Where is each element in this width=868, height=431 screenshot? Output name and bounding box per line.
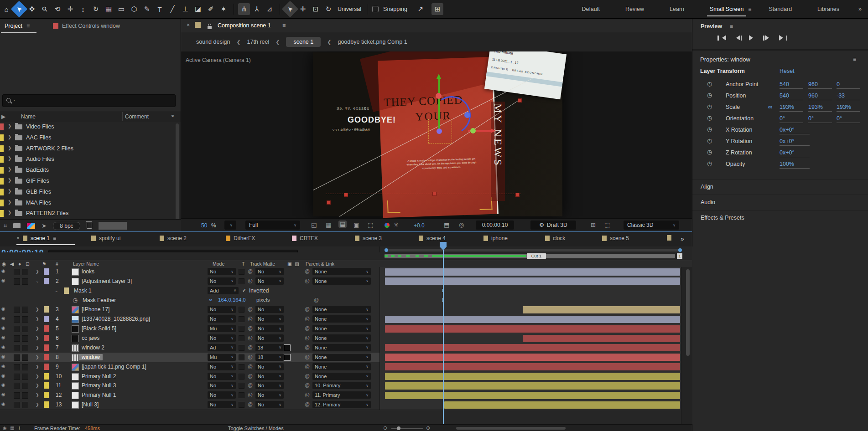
workspace-libraries[interactable]: Libraries bbox=[805, 0, 852, 18]
feather-link-icon[interactable]: ∞ bbox=[209, 297, 213, 303]
previous-frame-button[interactable] bbox=[733, 35, 742, 41]
blend-mode-dropdown[interactable]: No∨ bbox=[208, 306, 236, 313]
gizmo-green-handle[interactable] bbox=[470, 128, 476, 133]
gizmo-move-icon[interactable]: ✛ bbox=[297, 3, 309, 15]
layer-name[interactable]: Primary Null 1 bbox=[82, 392, 116, 398]
video-toggle[interactable] bbox=[14, 269, 20, 275]
matte-pickwhip-icon[interactable]: @ bbox=[248, 364, 253, 369]
physics-toggle-icon[interactable]: ◱ bbox=[311, 221, 317, 229]
dolly-camera-tool-icon[interactable]: ↕ bbox=[77, 3, 89, 15]
playhead-line[interactable] bbox=[443, 250, 444, 424]
inverted-checkbox[interactable]: ✓ bbox=[242, 287, 246, 293]
parent-pickwhip-icon[interactable]: @ bbox=[305, 268, 310, 274]
track-matte-dropdown[interactable]: 18∨ bbox=[255, 354, 284, 361]
video-toggle[interactable] bbox=[14, 278, 20, 285]
project-row[interactable]: ❯ARTWORK 2 Files bbox=[0, 144, 181, 155]
parent-pickwhip-icon[interactable]: @ bbox=[305, 382, 310, 388]
preserve-transparency-toggle[interactable] bbox=[239, 402, 244, 408]
pan-camera-tool-icon[interactable]: ✛ bbox=[64, 3, 76, 15]
transform-value[interactable]: 193% bbox=[780, 104, 803, 112]
new-composition-icon[interactable] bbox=[27, 223, 35, 229]
twirl-icon[interactable]: ❯ bbox=[36, 393, 39, 397]
matte-layer-toggle[interactable] bbox=[284, 344, 291, 351]
layer-duration-bar[interactable] bbox=[385, 277, 680, 285]
project-row[interactable]: ❯M4A Files bbox=[0, 198, 181, 209]
blend-mode-dropdown[interactable]: No∨ bbox=[208, 382, 236, 389]
twirl-icon[interactable]: ❯ bbox=[36, 269, 39, 274]
hand-tool-icon[interactable]: ✥ bbox=[26, 3, 38, 15]
preserve-transparency-toggle[interactable] bbox=[239, 316, 244, 322]
project-row[interactable]: ❯AAC Files bbox=[0, 133, 181, 144]
video-toggle[interactable] bbox=[14, 383, 20, 389]
rotation-tool-icon[interactable]: ↻ bbox=[90, 3, 102, 15]
timeline-tab-clock[interactable]: clock bbox=[545, 235, 565, 241]
feather-value[interactable]: 164.0,164.0 bbox=[218, 297, 246, 303]
stopwatch-icon[interactable]: ◷ bbox=[707, 137, 712, 144]
track-matte-dropdown[interactable]: No∨ bbox=[255, 315, 284, 323]
label-color-chip[interactable] bbox=[0, 178, 4, 185]
layer-graph-area[interactable] bbox=[379, 353, 681, 362]
layer-graph-area[interactable]: I bbox=[379, 296, 681, 305]
track-matte-dropdown[interactable]: 18∨ bbox=[255, 344, 284, 351]
parent-link-dropdown[interactable]: 11. Primary∨ bbox=[312, 391, 371, 399]
audio-toggle[interactable] bbox=[22, 392, 28, 399]
twirl-icon[interactable]: ❯ bbox=[8, 167, 11, 172]
layer-graph-area[interactable] bbox=[379, 267, 681, 277]
track-matte-dropdown[interactable]: No∨ bbox=[255, 306, 284, 313]
audio-toggle[interactable] bbox=[22, 354, 28, 361]
timeline-tab-extra[interactable] bbox=[667, 235, 671, 241]
twirl-icon[interactable]: ❯ bbox=[36, 383, 39, 388]
layer-row-9[interactable]: ◉❯9[japan tick 11.png Comp 1]No∨@No∨@Non… bbox=[0, 362, 692, 372]
layer-graph-area[interactable] bbox=[379, 390, 681, 400]
new-folder-icon[interactable] bbox=[13, 223, 21, 228]
parent-link-dropdown[interactable]: None∨ bbox=[312, 306, 371, 313]
matte-pickwhip-icon[interactable]: @ bbox=[248, 354, 253, 359]
matte-layer-toggle[interactable] bbox=[284, 354, 291, 361]
timeline-vertical-scrollbar[interactable] bbox=[686, 269, 690, 356]
transform-value[interactable]: 540 bbox=[780, 92, 803, 100]
project-row[interactable]: ❯Video Files bbox=[0, 122, 181, 133]
delete-icon[interactable] bbox=[87, 223, 92, 229]
layer-duration-bar[interactable] bbox=[385, 325, 680, 333]
selection-handle[interactable] bbox=[432, 192, 437, 196]
label-color-chip[interactable] bbox=[44, 316, 49, 322]
eye-icon[interactable]: ◉ bbox=[1, 382, 5, 387]
composition-canvas[interactable]: THEY COPIED YOUR A brand is not just a l… bbox=[313, 52, 562, 216]
transform-value[interactable]: 0x+0° bbox=[780, 149, 810, 157]
label-color-chip[interactable] bbox=[44, 401, 49, 408]
properties-menu-icon[interactable]: ≡ bbox=[853, 56, 856, 62]
layer-name[interactable]: [133740028_10288826.png] bbox=[82, 316, 150, 322]
label-color-chip[interactable] bbox=[0, 123, 4, 130]
audio-toggle[interactable] bbox=[22, 364, 28, 370]
matte-pickwhip-icon[interactable]: @ bbox=[248, 344, 253, 350]
blend-mode-dropdown[interactable]: No∨ bbox=[208, 268, 236, 275]
preview-menu-icon[interactable]: ≡ bbox=[730, 23, 733, 30]
eye-icon[interactable]: ◉ bbox=[1, 364, 5, 369]
audio-toggle[interactable] bbox=[22, 345, 28, 351]
project-row[interactable]: ❯PATTERN2 Files bbox=[0, 208, 181, 220]
eye-icon[interactable]: ◉ bbox=[1, 325, 5, 330]
layer-graph-area[interactable] bbox=[379, 334, 681, 343]
gizmo-select-icon[interactable]: ➤ bbox=[282, 1, 299, 18]
parent-pickwhip-icon[interactable]: @ bbox=[305, 354, 310, 359]
layer-name[interactable]: looks bbox=[82, 268, 94, 275]
column-number[interactable]: # bbox=[56, 261, 58, 267]
preserve-transparency-toggle[interactable] bbox=[239, 392, 244, 398]
video-toggle[interactable] bbox=[14, 392, 20, 399]
layer-duration-bar[interactable] bbox=[385, 392, 680, 399]
layer-duration-bar[interactable] bbox=[444, 401, 680, 409]
guides-options-icon[interactable]: ⬚ bbox=[368, 221, 373, 229]
zoom-slider-handle[interactable] bbox=[397, 426, 400, 430]
brush-tool-icon[interactable]: ╱ bbox=[166, 3, 178, 15]
property-name[interactable]: Mask Feather bbox=[83, 297, 116, 303]
timeline-tab-spotify-ui[interactable]: spotify ui bbox=[91, 235, 120, 241]
label-color-chip[interactable] bbox=[44, 268, 49, 275]
project-row[interactable]: ❯GLB Files bbox=[0, 187, 181, 198]
link-settings-icon[interactable]: ⚭ bbox=[171, 113, 175, 119]
blend-mode-dropdown[interactable]: Ad∨ bbox=[208, 344, 236, 351]
pen-tool-icon[interactable]: ✎ bbox=[141, 3, 153, 15]
twirl-icon[interactable]: ⌄ bbox=[55, 288, 58, 293]
close-icon[interactable]: × bbox=[187, 22, 190, 28]
layer-duration-bar[interactable] bbox=[385, 373, 680, 380]
blend-mode-dropdown[interactable]: No∨ bbox=[208, 373, 236, 380]
